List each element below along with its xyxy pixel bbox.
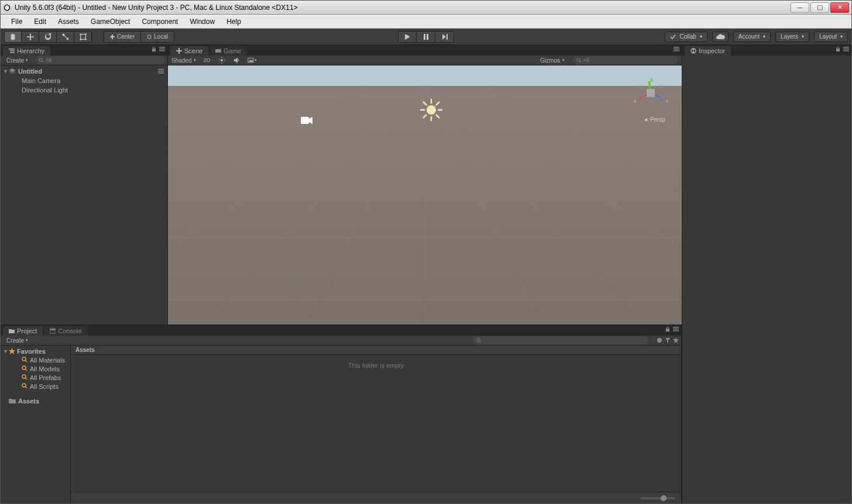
create-label: Create [6,57,24,64]
favorites-label: Favorites [17,348,46,355]
persp-label[interactable]: Persp [644,116,665,123]
minimize-button[interactable]: ─ [791,2,809,13]
search-icon [22,374,28,381]
rotate-tool-button[interactable] [39,31,57,43]
favorite-save-icon[interactable] [673,337,679,343]
filter-type-icon[interactable] [665,337,671,343]
breadcrumb-label: Assets [75,347,95,353]
hierarchy-item[interactable]: Main Camera [1,76,167,85]
hand-tool-button[interactable] [4,31,22,43]
hierarchy-create-button[interactable]: Create ▾ [3,57,32,64]
svg-rect-13 [424,34,425,40]
fav-label: All Scripts [30,383,59,390]
svg-rect-29 [158,73,164,74]
scene-menu-icon[interactable] [158,68,164,74]
project-create-button[interactable]: Create ▾ [3,337,32,344]
favorite-item[interactable]: All Prefabs [1,373,70,382]
menu-help[interactable]: Help [221,16,247,27]
menu-window[interactable]: Window [184,16,221,27]
lock-icon[interactable] [665,326,671,332]
tab-console[interactable]: Console [44,326,87,336]
svg-marker-83 [644,118,647,122]
cloud-button[interactable] [712,32,729,42]
lock-icon[interactable] [151,46,157,52]
expand-icon[interactable]: ▼ [3,68,9,74]
audio-toggle[interactable] [232,56,242,64]
fav-label: All Materials [30,357,65,364]
play-button[interactable] [398,31,417,43]
rect-tool-button[interactable] [74,31,92,43]
pause-button[interactable] [417,31,435,43]
close-button[interactable]: ✕ [830,2,849,13]
slider-thumb[interactable] [661,495,667,501]
panel-menu-icon[interactable] [673,326,679,332]
title-bar[interactable]: Unity 5.6.0f3 (64bit) - Untitled - New U… [1,1,851,15]
project-search-input[interactable] [473,336,648,344]
favorite-item[interactable]: All Models [1,364,70,373]
favorites-row[interactable]: ▼ Favorites [1,347,70,355]
breadcrumb[interactable]: Assets [71,346,681,355]
maximize-button[interactable]: ▢ [810,2,829,13]
menu-edit[interactable]: Edit [28,16,52,27]
lighting-toggle[interactable] [217,56,226,64]
play-icon [404,33,411,40]
svg-rect-27 [158,69,164,70]
panel-menu-icon[interactable] [159,46,165,52]
menu-assets[interactable]: Assets [52,16,85,27]
layers-button[interactable]: Layers ▾ [775,32,809,42]
console-tab-label: Console [58,327,81,334]
svg-rect-19 [10,52,15,53]
mode-2d-toggle[interactable]: 2D [202,56,211,64]
panel-menu-icon[interactable] [843,46,849,52]
scene-search-input[interactable]: All [573,56,678,64]
main-camera-gizmo[interactable] [300,115,314,127]
svg-point-5 [80,33,81,35]
menu-component[interactable]: Component [136,16,184,27]
pivot-center-button[interactable]: Center [104,31,141,43]
svg-point-11 [147,35,151,39]
favorite-item[interactable]: All Scripts [1,382,70,391]
tab-hierarchy[interactable]: Hierarchy [3,46,50,56]
svg-point-8 [85,39,87,40]
pivot-local-button[interactable]: Local [141,31,174,43]
game-tab-label: Game [224,47,241,54]
panel-menu-icon[interactable] [674,46,679,52]
move-icon [26,33,35,41]
filter-asset-icon[interactable] [657,337,662,343]
transform-tools [4,31,92,43]
expand-icon[interactable]: ▼ [3,348,9,354]
step-button[interactable] [435,31,454,43]
lock-icon[interactable] [835,46,841,52]
app-window: Unity 5.6.0f3 (64bit) - Untitled - New U… [0,0,852,504]
tab-inspector[interactable]: Inspector [685,46,731,56]
svg-line-41 [224,62,224,63]
svg-rect-4 [80,34,85,39]
assets-row[interactable]: Assets [1,396,70,405]
account-button[interactable]: Account ▾ [733,32,771,42]
tab-scene[interactable]: Scene [170,46,208,56]
move-tool-button[interactable] [22,31,39,43]
favorite-item[interactable]: All Materials [1,355,70,364]
scene-panel: Scene Game Shaded [168,45,682,325]
menu-gameobject[interactable]: GameObject [85,16,136,27]
tab-project[interactable]: Project [3,326,43,336]
shaded-dropdown[interactable]: Shaded ▾ [171,57,196,64]
hierarchy-search-input[interactable]: All [35,56,165,64]
svg-marker-93 [9,348,15,354]
dropdown-arrow-icon: ▾ [802,34,804,39]
svg-point-91 [657,338,662,343]
fx-toggle[interactable]: ▾ [248,56,257,64]
shaded-label: Shaded [171,57,191,64]
layout-button[interactable]: Layout ▾ [814,32,848,42]
scale-tool-button[interactable] [57,31,74,43]
hierarchy-item[interactable]: Directional Light [1,85,167,95]
tab-game[interactable]: Game [209,46,247,56]
scene-viewport[interactable]: y x z Persp [168,65,682,325]
gizmos-dropdown[interactable]: Gizmos ▾ [540,57,565,64]
menu-file[interactable]: File [5,16,28,27]
scene-row[interactable]: ▼ Untitled [1,67,167,76]
orientation-gizmo[interactable]: y x z Persp [630,73,671,119]
icon-size-slider[interactable] [640,497,675,499]
collab-button[interactable]: Collab ▾ [665,32,707,42]
directional-light-gizmo[interactable] [419,98,444,123]
